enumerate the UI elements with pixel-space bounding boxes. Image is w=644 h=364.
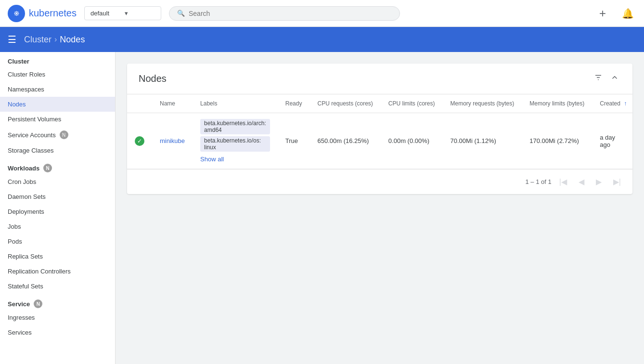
col-ready: Ready — [278, 94, 310, 113]
row-memory-limits: 170.00Mi (2.72%) — [522, 113, 592, 169]
service-accounts-badge: N — [60, 130, 68, 139]
sidebar-item-daemon-sets[interactable]: Daemon Sets — [0, 189, 115, 204]
col-name: Name — [152, 94, 193, 113]
topbar: ⎈ kubernetes default ▾ 🔍 + 🔔 — [0, 0, 644, 27]
sidebar-item-deployments[interactable]: Deployments — [0, 204, 115, 219]
row-status: ✓ — [127, 113, 152, 169]
breadcrumb-nodes: Nodes — [60, 35, 85, 45]
add-button[interactable]: + — [594, 5, 611, 22]
col-labels: Labels — [193, 94, 278, 113]
next-page-button[interactable]: ▶ — [592, 175, 605, 188]
row-cpu-requests: 650.00m (16.25%) — [309, 113, 380, 169]
sidebar-item-cron-jobs[interactable]: Cron Jobs — [0, 174, 115, 189]
service-badge: N — [34, 299, 42, 308]
col-cpu-limits: CPU limits (cores) — [381, 94, 443, 113]
page-range: 1 – 1 of 1 — [525, 178, 551, 185]
namespace-value: default — [90, 10, 121, 17]
row-name: minikube — [152, 113, 193, 169]
col-cpu-requests: CPU requests (cores) — [309, 94, 380, 113]
sidebar-item-replica-sets[interactable]: Replica Sets — [0, 249, 115, 264]
sidebar-cluster-section: Cluster — [0, 52, 115, 67]
label-chip-arch: beta.kubernetes.io/arch: amd64 — [200, 119, 270, 134]
workloads-badge: N — [43, 164, 52, 172]
sidebar-item-jobs[interactable]: Jobs — [0, 219, 115, 234]
last-page-button[interactable]: ▶| — [609, 175, 625, 188]
sidebar-item-pods[interactable]: Pods — [0, 234, 115, 249]
main-layout: Cluster Cluster Roles Namespaces Nodes P… — [0, 52, 644, 364]
logo-icon: ⎈ — [8, 5, 25, 22]
sort-asc-icon: ↑ — [624, 100, 627, 107]
breadcrumb-cluster[interactable]: Cluster — [24, 35, 52, 45]
main-content: Nodes Name — [116, 52, 644, 364]
sidebar-item-replication-controllers[interactable]: Replication Controllers — [0, 264, 115, 279]
sidebar-item-nodes[interactable]: Nodes — [0, 97, 115, 112]
sidebar-workloads-section: Workloads N — [0, 158, 115, 174]
prev-page-button[interactable]: ◀ — [575, 175, 588, 188]
status-ok-icon: ✓ — [135, 136, 144, 146]
filter-button[interactable] — [592, 71, 605, 86]
sidebar-item-services[interactable]: Services — [0, 325, 115, 340]
card-actions — [592, 71, 621, 86]
sidebar-item-service-accounts[interactable]: Service Accounts N — [0, 127, 115, 143]
card-title: Nodes — [139, 73, 592, 84]
row-labels: beta.kubernetes.io/arch: amd64 beta.kube… — [193, 113, 278, 169]
search-input[interactable] — [189, 10, 392, 17]
node-name-link[interactable]: minikube — [160, 137, 185, 144]
sidebar-item-stateful-sets[interactable]: Stateful Sets — [0, 279, 115, 294]
topbar-actions: + 🔔 — [594, 5, 636, 22]
hamburger-icon[interactable]: ☰ — [8, 34, 16, 45]
logo-text: kubernetes — [29, 8, 77, 19]
col-memory-requests: Memory requests (bytes) — [443, 94, 522, 113]
col-created[interactable]: Created ↑ — [592, 94, 632, 113]
sidebar-item-ingresses[interactable]: Ingresses — [0, 310, 115, 325]
sidebar: Cluster Cluster Roles Namespaces Nodes P… — [0, 52, 116, 364]
row-memory-requests: 70.00Mi (1.12%) — [443, 113, 522, 169]
show-all-labels[interactable]: Show all — [200, 156, 270, 163]
row-cpu-limits: 0.00m (0.00%) — [381, 113, 443, 169]
collapse-button[interactable] — [608, 71, 621, 86]
card-header: Nodes — [127, 64, 632, 94]
search-icon: 🔍 — [177, 10, 185, 17]
first-page-button[interactable]: |◀ — [555, 175, 571, 188]
table-row: ✓ minikube beta.kubernetes.io/arch: amd6… — [127, 113, 632, 169]
breadcrumb-separator: › — [54, 35, 57, 44]
nodes-table: Name Labels Ready CPU requests (cores) C — [127, 94, 632, 169]
sidebar-item-persistent-volumes[interactable]: Persistent Volumes — [0, 112, 115, 127]
notification-button[interactable]: 🔔 — [619, 5, 636, 22]
sidebar-item-namespaces[interactable]: Namespaces — [0, 82, 115, 97]
row-created: a day ago — [592, 113, 632, 169]
nodes-card: Nodes Name — [127, 64, 632, 194]
breadcrumb: Cluster › Nodes — [24, 35, 85, 45]
pagination: 1 – 1 of 1 |◀ ◀ ▶ ▶| — [127, 169, 632, 194]
sidebar-service-section: Service N — [0, 294, 115, 310]
sidebar-item-storage-classes[interactable]: Storage Classes — [0, 143, 115, 158]
sidebar-item-cluster-roles[interactable]: Cluster Roles — [0, 67, 115, 82]
row-ready: True — [278, 113, 310, 169]
col-status — [127, 94, 152, 113]
chevron-down-icon: ▾ — [125, 10, 155, 17]
logo[interactable]: ⎈ kubernetes — [8, 5, 77, 22]
col-memory-limits: Memory limits (bytes) — [522, 94, 592, 113]
page-header: ☰ Cluster › Nodes — [0, 27, 644, 52]
label-chip-os: beta.kubernetes.io/os: linux — [200, 136, 270, 152]
search-bar: 🔍 — [169, 6, 400, 21]
namespace-selector[interactable]: default ▾ — [84, 6, 161, 20]
